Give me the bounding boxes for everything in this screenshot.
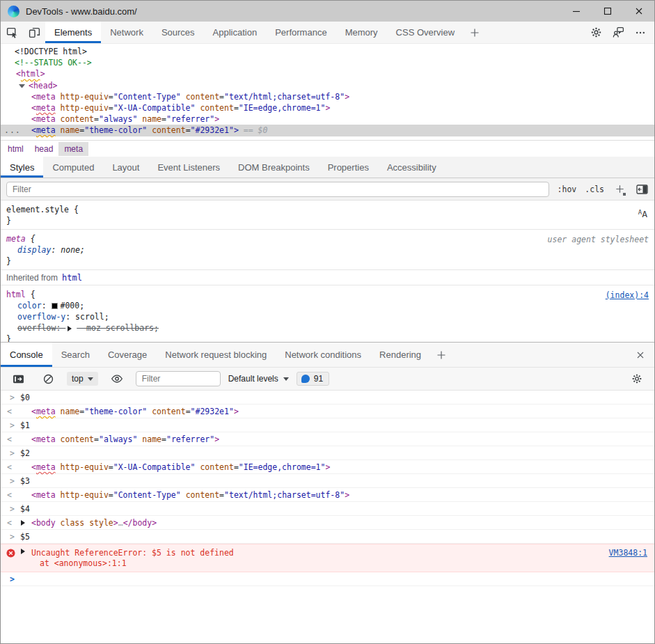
dom-tree-node[interactable]: ...<meta name="theme-color" content="#29…: [1, 125, 654, 136]
dom-tree-node[interactable]: <head>: [1, 80, 654, 91]
toggle-class-button[interactable]: .cls: [585, 184, 604, 194]
inherited-from-bar: Inherited from html: [1, 270, 654, 285]
tab-rendering[interactable]: Rendering: [370, 343, 430, 367]
close-button[interactable]: [623, 1, 654, 22]
element-style-rule[interactable]: element.style {} AA: [1, 201, 654, 230]
color-swatch[interactable]: [52, 303, 58, 309]
styles-filter-input[interactable]: [6, 182, 549, 197]
console-input-echo[interactable]: >$3: [1, 474, 654, 488]
console-input-echo[interactable]: >$4: [1, 502, 654, 516]
css-line[interactable]: element.style {: [6, 204, 649, 215]
css-line[interactable]: overflow-y: scroll;: [6, 311, 649, 322]
css-line[interactable]: }: [6, 333, 649, 342]
clear-console-icon[interactable]: [37, 373, 59, 385]
tab-elements[interactable]: Elements: [45, 22, 101, 43]
tab-network[interactable]: Network: [101, 22, 152, 43]
console-input-echo[interactable]: >$0: [1, 391, 654, 405]
tab-dom-breakpoints[interactable]: DOM Breakpoints: [229, 157, 319, 178]
console-result[interactable]: <<meta name="theme-color" content="#2932…: [1, 405, 654, 418]
css-line[interactable]: html {: [6, 289, 649, 300]
crumb-html[interactable]: html: [2, 142, 29, 156]
console-result[interactable]: <<body class style>…</body>: [1, 516, 654, 530]
expand-icon[interactable]: [21, 549, 28, 554]
message-bubble-icon: [301, 375, 310, 383]
css-line[interactable]: overflow: -moz-scrollbars;: [6, 322, 649, 333]
console-filter-input[interactable]: [136, 371, 221, 386]
tab-application[interactable]: Application: [204, 22, 267, 43]
css-line[interactable]: }: [6, 256, 649, 267]
console-input-echo[interactable]: >$1: [1, 418, 654, 432]
messages-count-badge[interactable]: 91: [297, 372, 329, 386]
crumb-head[interactable]: head: [29, 142, 59, 156]
expand-arrow-icon[interactable]: [19, 84, 25, 91]
tab-memory[interactable]: Memory: [336, 22, 387, 43]
tab-network-request-blocking[interactable]: Network request blocking: [156, 343, 276, 367]
console-toolbar: top Default levels 91: [1, 368, 654, 391]
console-settings-gear-icon[interactable]: [626, 373, 648, 384]
more-tabs-icon[interactable]: [464, 22, 486, 43]
chevron-down-icon: [88, 377, 93, 384]
console-result[interactable]: <<meta http-equiv="Content-Type" content…: [1, 488, 654, 502]
error-source-link[interactable]: VM3848:1: [609, 548, 647, 558]
live-expression-eye-icon[interactable]: [106, 372, 128, 385]
stylesheet-source-link[interactable]: (index):4: [606, 290, 649, 301]
edge-logo-icon: [8, 6, 19, 17]
devtools-toolbar: ElementsNetworkSourcesApplicationPerform…: [1, 22, 654, 44]
user-agent-rule[interactable]: user agent stylesheet meta {display: non…: [1, 230, 654, 270]
expand-icon[interactable]: [21, 520, 28, 526]
tab-css-overview[interactable]: CSS Overview: [387, 22, 464, 43]
dom-tree-node[interactable]: <!--STATUS OK-->: [1, 57, 654, 68]
tab-layout[interactable]: Layout: [103, 157, 148, 178]
dom-tree-node[interactable]: <html>: [1, 68, 654, 79]
tab-properties[interactable]: Properties: [319, 157, 378, 178]
tab-network-conditions[interactable]: Network conditions: [276, 343, 370, 367]
dom-tree: <!DOCTYPE html><!--STATUS OK--><html><he…: [1, 44, 654, 140]
more-drawer-tabs-icon[interactable]: [430, 343, 452, 367]
main-tab-strip: ElementsNetworkSourcesApplicationPerform…: [45, 22, 464, 43]
inherited-node-link[interactable]: html: [62, 272, 82, 283]
new-style-rule-button[interactable]: [613, 182, 626, 196]
tab-accessibility[interactable]: Accessibility: [378, 157, 445, 178]
expand-icon[interactable]: [68, 326, 74, 331]
minimize-button[interactable]: [560, 1, 592, 22]
dom-tree-node[interactable]: <meta http-equiv="X-UA-Compatible" conte…: [1, 102, 654, 113]
dom-tree-node[interactable]: <meta content="always" name="referrer">: [1, 113, 654, 125]
dom-tree-node[interactable]: <!DOCTYPE html>: [1, 46, 654, 57]
tab-event-listeners[interactable]: Event Listeners: [148, 157, 229, 178]
console-input-echo[interactable]: >$2: [1, 446, 654, 460]
dock-sidebar-icon[interactable]: [635, 182, 649, 196]
console-result[interactable]: <<meta http-equiv="X-UA-Compatible" cont…: [1, 460, 654, 474]
css-line[interactable]: display: none;: [6, 244, 649, 256]
tab-styles[interactable]: Styles: [1, 157, 43, 178]
css-line[interactable]: }: [6, 215, 649, 226]
tab-performance[interactable]: Performance: [266, 22, 336, 43]
toggle-hover-state-button[interactable]: :hov: [558, 184, 577, 194]
context-selector[interactable]: top: [67, 372, 98, 386]
tab-search[interactable]: Search: [52, 343, 99, 367]
styles-tab-strip: StylesComputedLayoutEvent ListenersDOM B…: [1, 157, 654, 178]
inspect-element-icon[interactable]: [1, 22, 23, 43]
settings-gear-icon[interactable]: [585, 26, 607, 38]
crumb-meta[interactable]: meta: [58, 142, 88, 156]
tab-console[interactable]: Console: [1, 343, 52, 367]
console-error-message[interactable]: Uncaught ReferenceError: $5 is not defin…: [1, 544, 654, 572]
tab-sources[interactable]: Sources: [152, 22, 204, 43]
font-editor-icon[interactable]: AA: [638, 209, 647, 218]
html-rule[interactable]: (index):4 html {color: #000;overflow-y: …: [1, 285, 654, 342]
css-line[interactable]: color: #000;: [6, 300, 649, 311]
chevron-down-icon: [283, 377, 289, 384]
close-drawer-icon[interactable]: [629, 350, 652, 360]
device-toolbar-icon[interactable]: [23, 22, 45, 43]
feedback-icon[interactable]: [607, 26, 629, 38]
node-more-menu[interactable]: ...: [4, 125, 21, 136]
more-options-icon[interactable]: [629, 27, 652, 38]
console-sidebar-icon[interactable]: [7, 373, 29, 385]
console-result[interactable]: <<meta content="always" name="referrer">: [1, 432, 654, 446]
tab-computed[interactable]: Computed: [43, 157, 103, 178]
log-levels-dropdown[interactable]: Default levels: [228, 374, 289, 384]
dom-tree-node[interactable]: <meta http-equiv="Content-Type" content=…: [1, 91, 654, 102]
tab-coverage[interactable]: Coverage: [99, 343, 156, 367]
maximize-button[interactable]: [592, 1, 623, 22]
console-input-echo[interactable]: >$5: [1, 530, 654, 544]
console-prompt[interactable]: >: [1, 572, 654, 586]
